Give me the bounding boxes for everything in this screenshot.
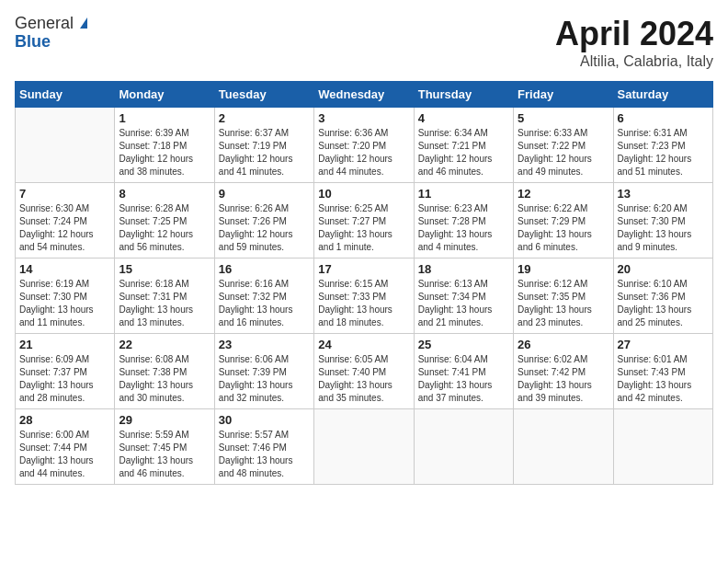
day-number: 25 [418, 338, 509, 351]
week-row-3: 14Sunrise: 6:19 AMSunset: 7:30 PMDayligh… [16, 259, 713, 334]
day-number: 13 [618, 187, 709, 201]
column-header-tuesday: Tuesday [214, 82, 313, 108]
day-info: Sunrise: 6:22 AMSunset: 7:29 PMDaylight:… [518, 202, 609, 254]
day-number: 20 [618, 262, 709, 276]
day-number: 7 [19, 187, 110, 201]
calendar-cell: 15Sunrise: 6:18 AMSunset: 7:31 PMDayligh… [115, 259, 214, 334]
calendar-cell: 23Sunrise: 6:06 AMSunset: 7:39 PMDayligh… [214, 334, 313, 409]
calendar-cell: 13Sunrise: 6:20 AMSunset: 7:30 PMDayligh… [613, 183, 712, 259]
calendar-cell: 24Sunrise: 6:05 AMSunset: 7:40 PMDayligh… [314, 334, 414, 409]
calendar-cell: 18Sunrise: 6:13 AMSunset: 7:34 PMDayligh… [414, 259, 513, 334]
day-number: 1 [119, 111, 210, 125]
calendar-cell: 11Sunrise: 6:23 AMSunset: 7:28 PMDayligh… [414, 183, 513, 259]
day-number: 6 [618, 111, 709, 125]
day-number: 28 [19, 413, 110, 427]
day-info: Sunrise: 6:12 AMSunset: 7:35 PMDaylight:… [518, 278, 609, 329]
calendar-cell: 28Sunrise: 6:00 AMSunset: 7:44 PMDayligh… [16, 409, 115, 485]
column-header-wednesday: Wednesday [314, 82, 414, 108]
day-info: Sunrise: 6:33 AMSunset: 7:22 PMDaylight:… [518, 127, 609, 178]
logo: General Blue [15, 15, 87, 52]
day-info: Sunrise: 6:06 AMSunset: 7:39 PMDaylight:… [219, 353, 310, 405]
day-number: 16 [219, 262, 310, 276]
month-title: April 2024 [555, 15, 713, 53]
calendar-cell: 12Sunrise: 6:22 AMSunset: 7:29 PMDayligh… [514, 183, 613, 259]
day-number: 22 [119, 338, 210, 351]
logo-general-text: General [15, 14, 74, 32]
logo-line2: Blue [15, 33, 87, 52]
calendar-cell [613, 409, 712, 485]
day-info: Sunrise: 6:13 AMSunset: 7:34 PMDaylight:… [418, 278, 509, 329]
day-number: 15 [119, 262, 210, 276]
calendar-cell: 3Sunrise: 6:36 AMSunset: 7:20 PMDaylight… [314, 108, 414, 183]
calendar-cell [414, 409, 513, 485]
calendar-cell [314, 409, 414, 485]
day-info: Sunrise: 6:08 AMSunset: 7:38 PMDaylight:… [119, 353, 210, 405]
calendar-table: SundayMondayTuesdayWednesdayThursdayFrid… [15, 81, 713, 485]
day-number: 8 [119, 187, 210, 201]
location-subtitle: Altilia, Calabria, Italy [555, 53, 713, 70]
day-info: Sunrise: 5:59 AMSunset: 7:45 PMDaylight:… [119, 429, 210, 480]
day-number: 10 [318, 187, 409, 201]
calendar-cell: 7Sunrise: 6:30 AMSunset: 7:24 PMDaylight… [16, 183, 115, 259]
column-header-sunday: Sunday [16, 82, 115, 108]
week-row-2: 7Sunrise: 6:30 AMSunset: 7:24 PMDaylight… [16, 183, 713, 259]
day-number: 11 [418, 187, 509, 201]
calendar-cell: 29Sunrise: 5:59 AMSunset: 7:45 PMDayligh… [115, 409, 214, 485]
day-number: 26 [518, 338, 609, 351]
day-number: 30 [219, 413, 310, 427]
week-row-1: 1Sunrise: 6:39 AMSunset: 7:18 PMDaylight… [16, 108, 713, 183]
title-area: April 2024 Altilia, Calabria, Italy [555, 15, 713, 70]
calendar-cell: 17Sunrise: 6:15 AMSunset: 7:33 PMDayligh… [314, 259, 414, 334]
day-info: Sunrise: 6:28 AMSunset: 7:25 PMDaylight:… [119, 202, 210, 254]
calendar-cell: 5Sunrise: 6:33 AMSunset: 7:22 PMDaylight… [514, 108, 613, 183]
day-info: Sunrise: 6:31 AMSunset: 7:23 PMDaylight:… [618, 127, 709, 178]
day-number: 17 [318, 262, 409, 276]
day-info: Sunrise: 6:04 AMSunset: 7:41 PMDaylight:… [418, 353, 509, 405]
day-number: 12 [518, 187, 609, 201]
calendar-cell [514, 409, 613, 485]
day-info: Sunrise: 6:26 AMSunset: 7:26 PMDaylight:… [219, 202, 310, 254]
day-info: Sunrise: 6:16 AMSunset: 7:32 PMDaylight:… [219, 278, 310, 329]
day-number: 19 [518, 262, 609, 276]
calendar-cell: 22Sunrise: 6:08 AMSunset: 7:38 PMDayligh… [115, 334, 214, 409]
calendar-cell: 9Sunrise: 6:26 AMSunset: 7:26 PMDaylight… [214, 183, 313, 259]
day-number: 2 [219, 111, 310, 125]
calendar-cell: 21Sunrise: 6:09 AMSunset: 7:37 PMDayligh… [16, 334, 115, 409]
page-header: General Blue April 2024 Altilia, Calabri… [15, 15, 713, 70]
day-number: 5 [518, 111, 609, 125]
day-info: Sunrise: 6:23 AMSunset: 7:28 PMDaylight:… [418, 202, 509, 254]
day-info: Sunrise: 6:18 AMSunset: 7:31 PMDaylight:… [119, 278, 210, 329]
calendar-cell: 6Sunrise: 6:31 AMSunset: 7:23 PMDaylight… [613, 108, 712, 183]
day-number: 3 [318, 111, 409, 125]
day-info: Sunrise: 6:09 AMSunset: 7:37 PMDaylight:… [19, 353, 110, 405]
calendar-cell: 26Sunrise: 6:02 AMSunset: 7:42 PMDayligh… [514, 334, 613, 409]
calendar-cell: 4Sunrise: 6:34 AMSunset: 7:21 PMDaylight… [414, 108, 513, 183]
day-info: Sunrise: 6:19 AMSunset: 7:30 PMDaylight:… [19, 278, 110, 329]
day-info: Sunrise: 6:20 AMSunset: 7:30 PMDaylight:… [618, 202, 709, 254]
calendar-cell: 25Sunrise: 6:04 AMSunset: 7:41 PMDayligh… [414, 334, 513, 409]
week-row-4: 21Sunrise: 6:09 AMSunset: 7:37 PMDayligh… [16, 334, 713, 409]
calendar-cell: 20Sunrise: 6:10 AMSunset: 7:36 PMDayligh… [613, 259, 712, 334]
column-header-friday: Friday [514, 82, 613, 108]
column-header-monday: Monday [115, 82, 214, 108]
day-number: 29 [119, 413, 210, 427]
day-number: 23 [219, 338, 310, 351]
calendar-cell: 1Sunrise: 6:39 AMSunset: 7:18 PMDaylight… [115, 108, 214, 183]
day-info: Sunrise: 6:01 AMSunset: 7:43 PMDaylight:… [618, 353, 709, 405]
day-info: Sunrise: 6:05 AMSunset: 7:40 PMDaylight:… [318, 353, 409, 405]
day-info: Sunrise: 6:36 AMSunset: 7:20 PMDaylight:… [318, 127, 409, 178]
day-info: Sunrise: 6:25 AMSunset: 7:27 PMDaylight:… [318, 202, 409, 254]
header-row: SundayMondayTuesdayWednesdayThursdayFrid… [16, 82, 713, 108]
day-number: 9 [219, 187, 310, 201]
day-info: Sunrise: 6:00 AMSunset: 7:44 PMDaylight:… [19, 429, 110, 480]
calendar-cell: 10Sunrise: 6:25 AMSunset: 7:27 PMDayligh… [314, 183, 414, 259]
calendar-cell: 2Sunrise: 6:37 AMSunset: 7:19 PMDaylight… [214, 108, 313, 183]
calendar-cell: 16Sunrise: 6:16 AMSunset: 7:32 PMDayligh… [214, 259, 313, 334]
calendar-cell [16, 108, 115, 183]
logo-line1: General [15, 15, 87, 33]
day-info: Sunrise: 6:30 AMSunset: 7:24 PMDaylight:… [19, 202, 110, 254]
day-number: 14 [19, 262, 110, 276]
calendar-cell: 8Sunrise: 6:28 AMSunset: 7:25 PMDaylight… [115, 183, 214, 259]
column-header-thursday: Thursday [414, 82, 513, 108]
logo-arrow-icon [80, 17, 87, 29]
